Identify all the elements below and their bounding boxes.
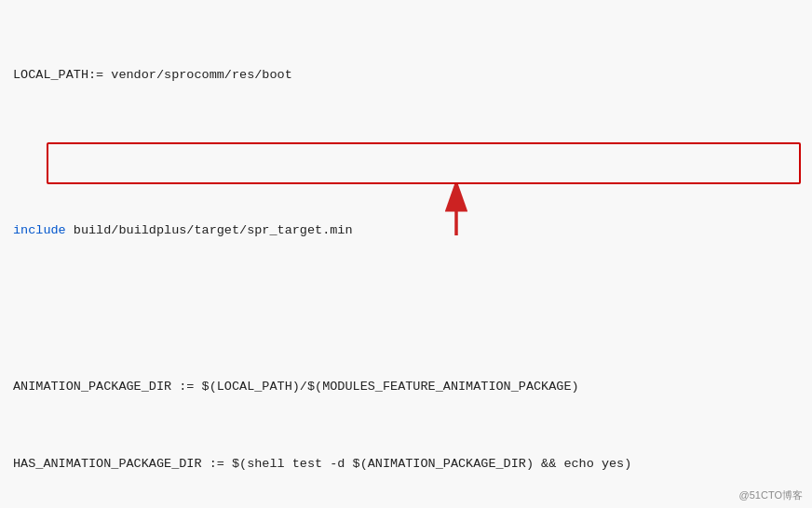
code-line-1: LOCAL_PATH:= vendor/sprocomm/res/boot xyxy=(13,66,799,86)
watermark: @51CTO博客 xyxy=(739,488,803,502)
code-line-3: include build/buildplus/target/spr_targe… xyxy=(13,221,799,241)
code-line-4 xyxy=(13,300,799,319)
code-editor: LOCAL_PATH:= vendor/sprocomm/res/boot in… xyxy=(0,0,812,508)
code-line-5: ANIMATION_PACKAGE_DIR := $(LOCAL_PATH)/$… xyxy=(13,378,799,397)
code-line-2 xyxy=(13,143,799,163)
code-line-6: HAS_ANIMATION_PACKAGE_DIR := $(shell tes… xyxy=(13,455,799,475)
